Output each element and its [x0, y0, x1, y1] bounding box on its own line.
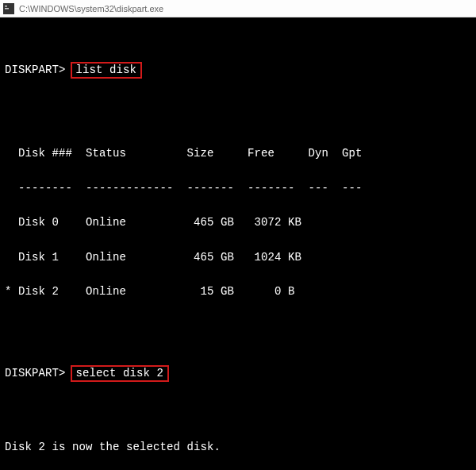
titlebar[interactable]: C:\WINDOWS\system32\diskpart.exe	[0, 0, 476, 17]
table-row: Disk 1 Online 465 GB 1024 KB	[5, 252, 471, 264]
table-divider: -------- ------------- ------- ------- -…	[5, 183, 471, 195]
message-selected: Disk 2 is now the selected disk.	[5, 441, 471, 453]
command-list-disk: list disk	[71, 62, 143, 79]
prompt-row-list-disk: DISKPART> list disk	[5, 62, 471, 79]
table-row: * Disk 2 Online 15 GB 0 B	[5, 286, 471, 298]
svg-rect-1	[5, 6, 7, 7]
table-row: Disk 0 Online 465 GB 3072 KB	[5, 217, 471, 229]
command-select-disk: select disk 2	[71, 365, 170, 383]
prompt-label: DISKPART>	[5, 368, 66, 379]
window: C:\WINDOWS\system32\diskpart.exe DISKPAR…	[0, 0, 476, 470]
terminal[interactable]: DISKPART> list disk Disk ### Status Size…	[0, 17, 476, 470]
table-header: Disk ### Status Size Free Dyn Gpt	[5, 148, 471, 160]
window-title: C:\WINDOWS\system32\diskpart.exe	[19, 4, 163, 13]
app-icon	[3, 3, 14, 14]
svg-rect-2	[5, 8, 9, 10]
prompt-label: DISKPART>	[5, 64, 66, 76]
disk-table: Disk ### Status Size Free Dyn Gpt ------…	[5, 125, 471, 321]
prompt-row-select-disk: DISKPART> select disk 2	[5, 365, 471, 383]
